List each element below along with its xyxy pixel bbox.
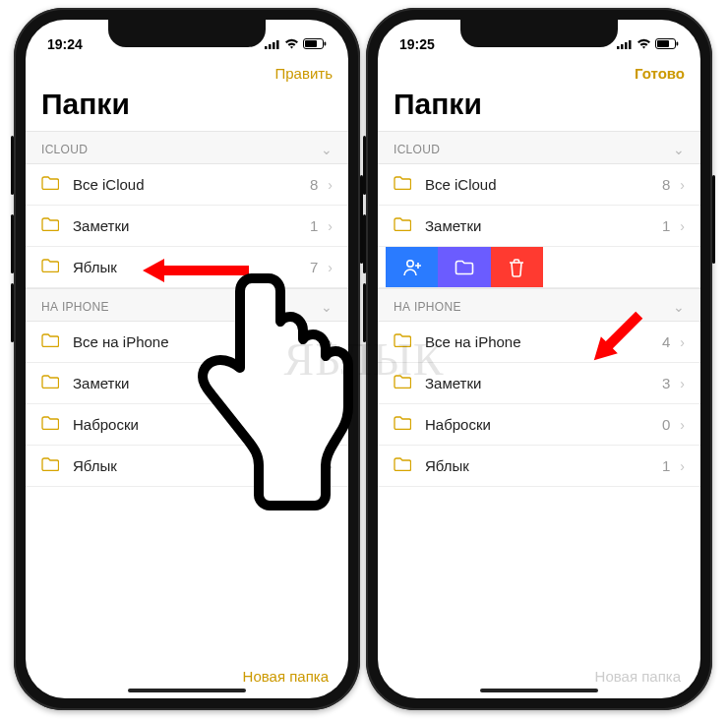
folder-icon — [394, 333, 413, 351]
signal-icon — [617, 36, 633, 52]
nav-bar: Готово — [378, 59, 700, 86]
chevron-down-icon: ⌄ — [673, 299, 685, 315]
wifi-icon — [637, 36, 651, 52]
chevron-right-icon: › — [328, 177, 333, 193]
folder-row[interactable]: Наброски 0 › — [378, 404, 700, 446]
move-action[interactable] — [438, 247, 490, 287]
chevron-right-icon: › — [680, 376, 685, 391]
folder-label: Наброски — [425, 416, 662, 433]
folder-icon — [394, 176, 413, 194]
folder-count: 8 — [662, 176, 670, 193]
svg-rect-0 — [265, 46, 268, 49]
share-action[interactable] — [386, 247, 438, 287]
folder-count: 3 — [662, 375, 670, 391]
chevron-right-icon: › — [680, 177, 685, 193]
edit-button[interactable]: Править — [275, 65, 334, 82]
svg-rect-8 — [621, 44, 624, 49]
svg-rect-3 — [276, 40, 279, 49]
folder-icon — [41, 416, 61, 434]
chevron-right-icon: › — [680, 218, 685, 234]
svg-rect-10 — [629, 40, 632, 49]
add-person-icon — [401, 257, 423, 278]
svg-marker-16 — [585, 307, 647, 369]
folder-icon — [41, 259, 61, 276]
folder-count: 0 — [662, 416, 670, 433]
delete-action[interactable] — [491, 247, 543, 287]
notch — [108, 20, 266, 47]
folder-count: 8 — [310, 176, 318, 193]
notch — [460, 20, 618, 47]
section-header-icloud[interactable]: ICLOUD ⌄ — [378, 131, 700, 164]
section-title: НА IPHONE — [394, 300, 461, 314]
folder-row[interactable]: Яблык 1 › — [378, 446, 700, 487]
battery-icon — [655, 36, 679, 52]
folder-row[interactable]: Заметки 1 › — [378, 206, 700, 247]
folder-row[interactable]: Все iCloud 8 › — [26, 164, 348, 206]
folder-label: Заметки — [73, 217, 310, 234]
folder-icon — [394, 457, 413, 475]
folder-icon — [41, 176, 61, 194]
folder-icon — [41, 333, 61, 351]
folder-icon — [41, 375, 61, 392]
folder-row-swiped[interactable]: 7 › — [378, 247, 700, 288]
svg-rect-1 — [269, 44, 272, 49]
svg-rect-2 — [273, 42, 275, 49]
pointer-arrow-annotation — [571, 295, 659, 388]
folder-label: Заметки — [425, 217, 662, 234]
folder-row[interactable]: Все iCloud 8 › — [378, 164, 700, 206]
folder-icon — [41, 217, 61, 235]
chevron-right-icon: › — [328, 218, 333, 234]
page-title: Папки — [378, 86, 700, 131]
status-time: 19:25 — [399, 36, 435, 52]
new-folder-button: Новая папка — [595, 668, 681, 685]
svg-rect-13 — [677, 42, 679, 46]
trash-icon — [508, 258, 525, 277]
chevron-down-icon: ⌄ — [321, 142, 333, 157]
phone-frame-right: 19:25 Готово Папки ICLOUD — [366, 8, 712, 710]
folder-icon — [394, 416, 413, 434]
section-title: НА IPHONE — [41, 300, 109, 314]
svg-rect-7 — [617, 46, 620, 49]
svg-rect-5 — [305, 40, 317, 47]
folder-icon — [394, 217, 413, 235]
svg-rect-9 — [625, 42, 628, 49]
folder-count: 1 — [662, 217, 670, 234]
nav-bar: Править — [26, 59, 348, 86]
chevron-right-icon: › — [680, 334, 685, 350]
pointing-hand-annotation — [177, 261, 354, 520]
folder-icon — [41, 457, 61, 475]
chevron-right-icon: › — [680, 458, 685, 474]
svg-point-14 — [406, 260, 412, 266]
folder-count: 4 — [662, 333, 670, 350]
folder-row[interactable]: Заметки 1 › — [26, 206, 348, 247]
folder-count: 1 — [310, 217, 318, 234]
section-header-icloud[interactable]: ICLOUD ⌄ — [26, 131, 348, 164]
done-button[interactable]: Готово — [635, 65, 685, 82]
folder-label: Все iCloud — [73, 176, 310, 193]
status-time: 19:24 — [47, 36, 83, 52]
chevron-right-icon: › — [680, 417, 685, 433]
home-indicator[interactable] — [480, 689, 598, 692]
section-title: ICLOUD — [394, 143, 440, 156]
new-folder-button[interactable]: Новая папка — [243, 668, 329, 685]
folder-icon — [394, 375, 413, 392]
swipe-actions — [386, 247, 543, 287]
folder-label: Яблык — [425, 457, 662, 474]
folder-count: 1 — [662, 457, 670, 474]
signal-icon — [265, 36, 280, 52]
svg-rect-6 — [325, 42, 327, 46]
page-title: Папки — [26, 86, 348, 131]
home-indicator[interactable] — [128, 689, 246, 692]
chevron-down-icon: ⌄ — [673, 142, 685, 157]
section-title: ICLOUD — [41, 143, 88, 156]
svg-rect-12 — [657, 40, 669, 47]
folder-label: Все iCloud — [425, 176, 662, 193]
battery-icon — [303, 36, 327, 52]
folder-icon — [455, 260, 474, 275]
wifi-icon — [284, 36, 299, 52]
